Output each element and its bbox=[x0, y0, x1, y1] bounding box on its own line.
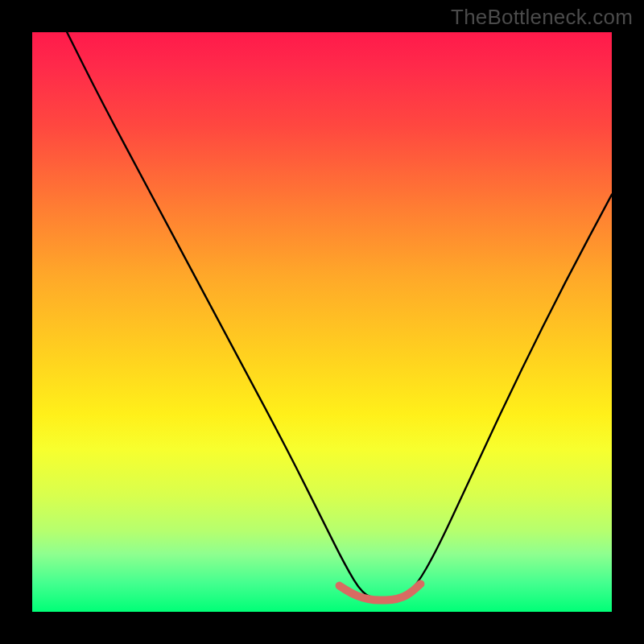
curve-svg bbox=[32, 32, 612, 612]
watermark-text: TheBottleneck.com bbox=[451, 5, 633, 30]
chart-frame: TheBottleneck.com bbox=[0, 0, 644, 644]
plot-area bbox=[32, 32, 612, 612]
bottom-highlight-curve bbox=[340, 584, 421, 600]
main-curve bbox=[67, 32, 612, 601]
